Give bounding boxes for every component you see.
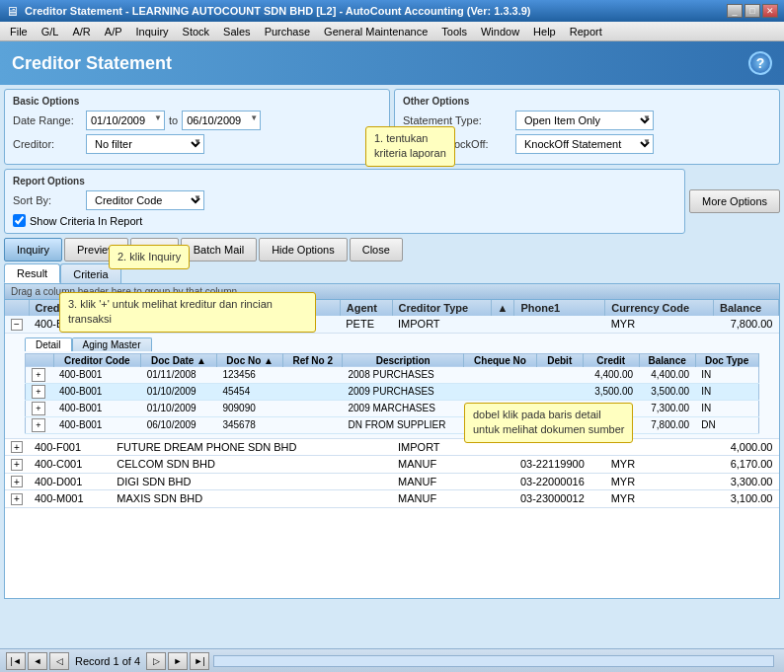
menu-stock[interactable]: Stock <box>177 25 216 38</box>
title-bar: 🖥 Creditor Statement - LEARNING AUTOCOUN… <box>0 0 784 22</box>
cell-sort-indicator <box>491 316 514 333</box>
menu-tools[interactable]: Tools <box>435 25 473 38</box>
list-item[interactable]: + 400-B001 01/11/2008 123456 2008 PURCHA… <box>26 367 759 384</box>
cell-agent <box>340 490 392 508</box>
sub-balance: 7,300.00 <box>639 400 695 416</box>
col-currency-code: Currency Code <box>605 300 714 316</box>
callout-2: 2. klik Inquiry <box>109 245 190 269</box>
sub-debit <box>536 383 583 400</box>
sub-credit: 3,500.00 <box>583 383 639 400</box>
cell-phone1: 03-22119900 <box>514 456 605 474</box>
cell-company-name: MAXIS SDN BHD <box>111 490 340 508</box>
menu-ar[interactable]: A/R <box>66 25 96 38</box>
sub-col-cheque-no: Cheque No <box>464 353 536 367</box>
inquiry-button[interactable]: Inquiry <box>4 238 62 261</box>
date-from-input[interactable] <box>86 111 165 130</box>
expand-plus-icon[interactable]: + <box>11 493 23 505</box>
cell-creditor-type: MANUF <box>392 456 491 474</box>
cell-phone1: 03-23000012 <box>514 490 605 508</box>
sub-tab-detail[interactable]: Detail <box>25 337 72 351</box>
list-item[interactable]: + 400-B001 01/10/2009 909090 2009 MARCHA… <box>26 400 759 416</box>
minimize-button[interactable]: _ <box>727 4 743 18</box>
cell-creditor-type: MANUF <box>392 490 491 508</box>
expand-plus-icon[interactable]: + <box>11 476 23 487</box>
sub-col-doc-type: Doc Type <box>695 353 758 367</box>
sub-tab-aging[interactable]: Aging Master <box>72 337 152 351</box>
hide-options-button[interactable]: Hide Options <box>259 238 348 261</box>
menu-gl[interactable]: G/L <box>36 25 65 38</box>
sub-col-description: Description <box>342 353 463 367</box>
sub-col-creditor-code: Creditor Code <box>53 353 141 367</box>
sub-col-doc-no: Doc No ▲ <box>216 353 283 367</box>
cell-sort-indicator <box>491 473 514 490</box>
sub-ref-no2 <box>283 383 343 400</box>
sub-doc-date: 06/10/2009 <box>141 416 217 433</box>
sort-by-label: Sort By: <box>13 194 82 206</box>
sub-col-debit: Debit <box>536 353 583 367</box>
creditor-select[interactable]: No filter <box>86 134 204 154</box>
menu-inquiry[interactable]: Inquiry <box>130 25 175 38</box>
date-to-input[interactable] <box>182 111 261 130</box>
more-options-button[interactable]: More Options <box>689 189 780 213</box>
col-phone1: Phone1 <box>514 300 605 316</box>
knockoff-select[interactable]: KnockOff Statement <box>515 134 654 154</box>
help-button[interactable]: ? <box>748 51 772 75</box>
menu-purchase[interactable]: Purchase <box>259 25 316 38</box>
menu-help[interactable]: Help <box>527 25 562 38</box>
to-label: to <box>169 114 178 126</box>
sort-by-select[interactable]: Creditor Code <box>86 190 204 210</box>
sub-col-expand <box>26 353 54 367</box>
cell-currency-code: MYR <box>605 473 714 490</box>
sub-description: 2009 MARCHASES <box>342 400 463 416</box>
sub-ref-no2 <box>283 367 343 384</box>
sub-doc-no: 909090 <box>216 400 283 416</box>
col-expand <box>5 300 29 316</box>
cell-sort-indicator <box>491 490 514 508</box>
show-criteria-checkbox[interactable] <box>13 214 26 227</box>
close-window-button[interactable]: ✕ <box>762 4 778 18</box>
sub-credit: 4,400.00 <box>583 367 639 384</box>
sub-doc-type: IN <box>695 367 758 384</box>
menu-report[interactable]: Report <box>564 25 608 38</box>
expand-plus-icon[interactable]: + <box>11 459 23 471</box>
batch-mail-button[interactable]: Batch Mail <box>181 238 257 261</box>
cell-currency-code: MYR <box>605 456 714 474</box>
nav-prev-page-button[interactable]: ◁ <box>49 652 69 670</box>
nav-next-page-button[interactable]: ▷ <box>146 652 166 670</box>
navigation-buttons: |◄ ◄ ◁ Record 1 of 4 ▷ ► ►| <box>6 652 209 670</box>
menu-sales[interactable]: Sales <box>217 25 257 38</box>
tab-result[interactable]: Result <box>4 263 60 283</box>
statement-type-select[interactable]: Open Item Only <box>515 111 654 130</box>
close-button[interactable]: Close <box>350 238 403 261</box>
table-row[interactable]: + 400-C001 CELCOM SDN BHD MANUF 03-22119… <box>5 456 779 474</box>
table-row[interactable]: + 400-M001 MAXIS SDN BHD MANUF 03-230000… <box>5 490 779 508</box>
report-options-panel: Report Options Sort By: Creditor Code Sh… <box>4 169 685 234</box>
menu-window[interactable]: Window <box>475 25 525 38</box>
table-row[interactable]: + 400-D001 DIGI SDN BHD MANUF 03-2200001… <box>5 473 779 490</box>
maximize-button[interactable]: □ <box>745 4 760 18</box>
sub-doc-date: 01/10/2009 <box>141 400 217 416</box>
sub-doc-date: 01/11/2008 <box>141 367 217 384</box>
cell-balance: 6,170.00 <box>713 456 778 474</box>
sub-col-balance: Balance <box>639 353 695 367</box>
nav-next-button[interactable]: ► <box>168 652 188 670</box>
menu-ap[interactable]: A/P <box>99 25 128 38</box>
row-expand-icon[interactable]: + <box>32 368 45 382</box>
table-row[interactable]: + 400-F001 FUTURE DREAM PHONE SDN BHD IM… <box>5 439 779 456</box>
nav-prev-button[interactable]: ◄ <box>28 652 47 670</box>
nav-first-button[interactable]: |◄ <box>6 652 26 670</box>
menu-general-maintenance[interactable]: General Maintenance <box>318 25 433 38</box>
sub-col-ref-no2: Ref No 2 <box>283 353 343 367</box>
sub-doc-type: IN <box>695 383 758 400</box>
expand-minus-icon[interactable]: − <box>11 319 23 331</box>
row-expand-icon[interactable]: + <box>32 402 45 415</box>
row-expand-icon[interactable]: + <box>32 418 45 432</box>
row-expand-icon[interactable]: + <box>32 385 45 399</box>
list-item[interactable]: + 400-B001 06/10/2009 345678 DN FROM SUP… <box>26 416 759 433</box>
cell-balance: 7,800.00 <box>713 316 778 333</box>
menu-file[interactable]: File <box>4 25 34 38</box>
expand-plus-icon[interactable]: + <box>11 441 23 453</box>
scroll-area[interactable] <box>213 655 774 667</box>
nav-last-button[interactable]: ►| <box>190 652 209 670</box>
list-item[interactable]: + 400-B001 01/10/2009 45454 2009 PURCHAS… <box>26 383 759 400</box>
